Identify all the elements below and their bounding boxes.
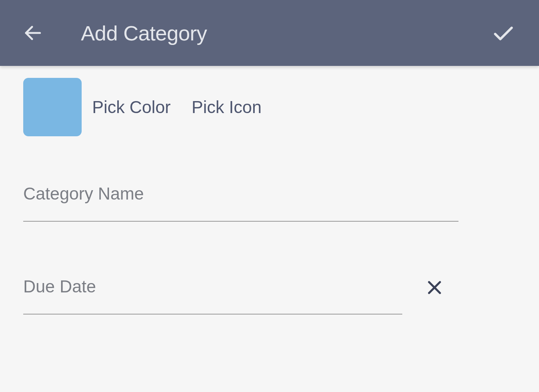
- page-title: Add Category: [81, 21, 207, 45]
- pick-color-button[interactable]: Pick Color: [92, 97, 171, 117]
- color-icon-row: Pick Color Pick Icon: [23, 78, 516, 136]
- due-date-input[interactable]: [23, 276, 402, 314]
- back-icon[interactable]: [22, 22, 43, 43]
- form-content: Pick Color Pick Icon: [0, 66, 539, 314]
- category-name-input[interactable]: [23, 183, 458, 222]
- color-swatch[interactable]: [23, 78, 82, 136]
- category-name-field: [23, 183, 516, 222]
- confirm-icon[interactable]: [490, 20, 517, 46]
- pick-icon-button[interactable]: Pick Icon: [192, 97, 262, 117]
- due-date-field: [23, 276, 516, 314]
- clear-due-date-icon[interactable]: [424, 277, 445, 298]
- app-header: Add Category: [0, 0, 539, 66]
